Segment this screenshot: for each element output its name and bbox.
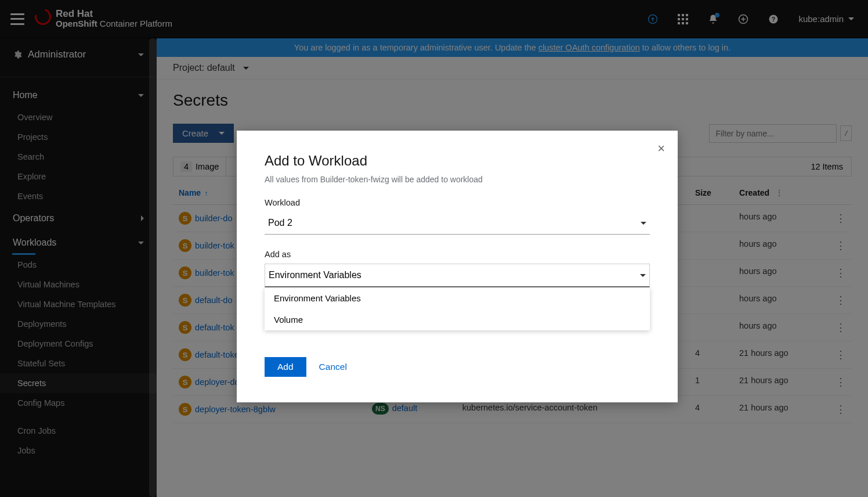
modal-subtitle: All values from Builder-token-fwizg will… [265, 175, 650, 184]
addas-label: Add as [265, 250, 650, 259]
cancel-link[interactable]: Cancel [319, 362, 347, 372]
addas-dropdown: Environment Variables Volume [265, 287, 650, 330]
addas-option-env[interactable]: Environment Variables [265, 287, 650, 309]
close-icon[interactable]: × [657, 141, 665, 156]
chevron-down-icon [641, 222, 646, 225]
workload-label: Workload [265, 198, 650, 207]
add-to-workload-modal: × Add to Workload All values from Builde… [237, 131, 678, 402]
chevron-down-icon [640, 274, 646, 277]
workload-select[interactable]: Pod 2 [265, 212, 650, 235]
modal-title: Add to Workload [265, 153, 650, 169]
add-button[interactable]: Add [265, 357, 306, 377]
addas-option-volume[interactable]: Volume [265, 309, 650, 330]
addas-select[interactable]: Environment Variables [265, 264, 650, 287]
